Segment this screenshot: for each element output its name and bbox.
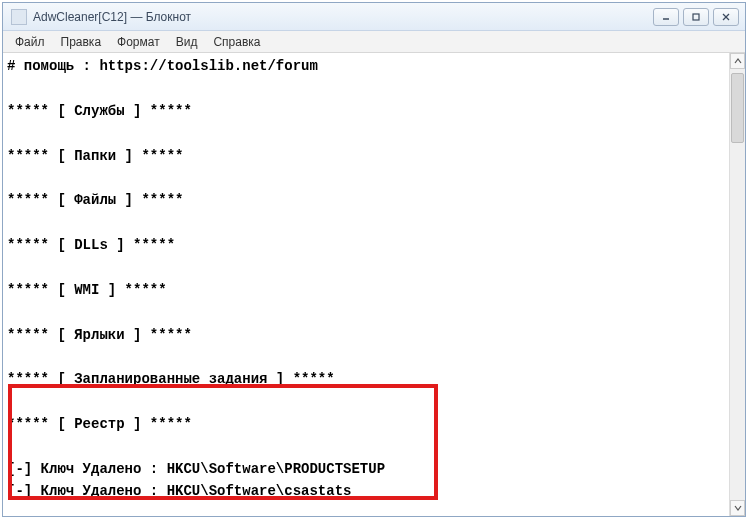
scrollbar-track[interactable] — [730, 69, 745, 500]
menu-view[interactable]: Вид — [168, 33, 206, 51]
chevron-down-icon — [733, 503, 743, 513]
window-title: AdwCleaner[C12] — Блокнот — [33, 10, 653, 24]
scroll-up-button[interactable] — [730, 53, 745, 69]
titlebar: AdwCleaner[C12] — Блокнот — [3, 3, 745, 31]
vertical-scrollbar — [729, 53, 745, 516]
app-icon — [11, 9, 27, 25]
chevron-up-icon — [733, 56, 743, 66]
window-controls — [653, 8, 739, 26]
menu-format[interactable]: Формат — [109, 33, 168, 51]
scrollbar-thumb[interactable] — [731, 73, 744, 143]
maximize-button[interactable] — [683, 8, 709, 26]
scroll-down-button[interactable] — [730, 500, 745, 516]
minimize-button[interactable] — [653, 8, 679, 26]
content-area: # помощь : https://toolslib.net/forum **… — [3, 53, 745, 516]
text-editor[interactable]: # помощь : https://toolslib.net/forum **… — [3, 53, 729, 516]
minimize-icon — [661, 12, 671, 22]
menubar: Файл Правка Формат Вид Справка — [3, 31, 745, 53]
maximize-icon — [691, 12, 701, 22]
menu-help[interactable]: Справка — [205, 33, 268, 51]
close-icon — [721, 12, 731, 22]
notepad-window: AdwCleaner[C12] — Блокнот Файл Правка Фо… — [2, 2, 746, 517]
svg-rect-1 — [693, 14, 699, 20]
close-button[interactable] — [713, 8, 739, 26]
menu-file[interactable]: Файл — [7, 33, 53, 51]
menu-edit[interactable]: Правка — [53, 33, 110, 51]
